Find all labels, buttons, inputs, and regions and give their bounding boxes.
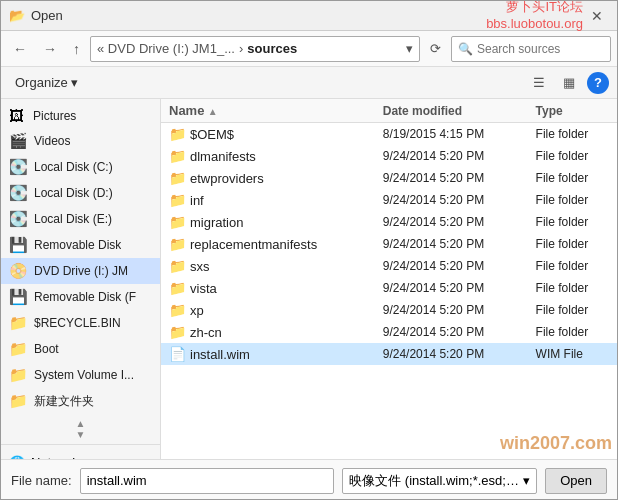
- sidebar-items: 🖼 Pictures🎬 Videos💽 Local Disk (C:)💽 Loc…: [1, 103, 160, 414]
- sidebar-item-5[interactable]: 💾 Removable Disk: [1, 232, 160, 258]
- refresh-button[interactable]: ⟳: [424, 38, 447, 59]
- organize-button[interactable]: Organize ▾: [9, 72, 84, 93]
- sidebar-item-label-2: Local Disk (C:): [34, 160, 113, 174]
- sidebar-item-8[interactable]: 📁 $RECYCLE.BIN: [1, 310, 160, 336]
- file-type-3: File folder: [528, 189, 617, 211]
- file-type-8: File folder: [528, 299, 617, 321]
- table-row[interactable]: 📁 etwproviders 9/24/2014 5:20 PM File fo…: [161, 167, 617, 189]
- table-row[interactable]: 📁 dlmanifests 9/24/2014 5:20 PM File fol…: [161, 145, 617, 167]
- sidebar-network-item[interactable]: 🌐 Network: [1, 449, 160, 459]
- column-date[interactable]: Date modified: [375, 99, 528, 123]
- table-row[interactable]: 📁 replacementmanifests 9/24/2014 5:20 PM…: [161, 233, 617, 255]
- addressbar: ← → ↑ « DVD Drive (I:) JM1_... › sources…: [1, 31, 617, 67]
- sidebar-item-icon-5: 💾: [9, 236, 28, 254]
- organize-dropdown-icon: ▾: [71, 75, 78, 90]
- sidebar-item-icon-6: 📀: [9, 262, 28, 280]
- sidebar-item-label-9: Boot: [34, 342, 59, 356]
- sidebar-item-icon-4: 💽: [9, 210, 28, 228]
- file-date-7: 9/24/2014 5:20 PM: [375, 277, 528, 299]
- help-button[interactable]: ?: [587, 72, 609, 94]
- close-button[interactable]: ✕: [585, 0, 609, 32]
- filetype-value: 映像文件 (install.wim;*.esd;*.vl: [349, 472, 519, 490]
- file-icon-3: 📁: [169, 192, 186, 208]
- file-type-1: File folder: [528, 145, 617, 167]
- file-icon-9: 📁: [169, 324, 186, 340]
- search-input[interactable]: [477, 42, 604, 56]
- sidebar-item-icon-10: 📁: [9, 366, 28, 384]
- toolbar-right: ☰ ▦ ?: [527, 71, 609, 94]
- sidebar-item-label-6: DVD Drive (I:) JM: [34, 264, 128, 278]
- table-row[interactable]: 📁 zh-cn 9/24/2014 5:20 PM File folder: [161, 321, 617, 343]
- sidebar-item-7[interactable]: 💾 Removable Disk (F: [1, 284, 160, 310]
- file-icon-4: 📁: [169, 214, 186, 230]
- path-dropdown-icon: ▾: [406, 41, 413, 56]
- file-date-9: 9/24/2014 5:20 PM: [375, 321, 528, 343]
- sidebar-item-icon-8: 📁: [9, 314, 28, 332]
- file-date-6: 9/24/2014 5:20 PM: [375, 255, 528, 277]
- table-row[interactable]: 📁 $OEM$ 8/19/2015 4:15 PM File folder: [161, 123, 617, 146]
- filetype-select[interactable]: 映像文件 (install.wim;*.esd;*.vl ▾: [342, 468, 537, 494]
- sidebar-item-label-11: 新建文件夹: [34, 393, 94, 410]
- table-row[interactable]: 📁 vista 9/24/2014 5:20 PM File folder: [161, 277, 617, 299]
- file-date-10: 9/24/2014 5:20 PM: [375, 343, 528, 365]
- address-path[interactable]: « DVD Drive (I:) JM1_... › sources ▾: [90, 36, 420, 62]
- file-icon-2: 📁: [169, 170, 186, 186]
- sidebar-scroll-down[interactable]: ▼: [1, 429, 160, 440]
- main-content: 🖼 Pictures🎬 Videos💽 Local Disk (C:)💽 Loc…: [1, 99, 617, 459]
- file-type-5: File folder: [528, 233, 617, 255]
- filename-input[interactable]: [80, 468, 334, 494]
- sidebar-item-2[interactable]: 💽 Local Disk (C:): [1, 154, 160, 180]
- sidebar-item-label-10: System Volume I...: [34, 368, 134, 382]
- forward-button[interactable]: →: [37, 38, 63, 60]
- file-icon-5: 📁: [169, 236, 186, 252]
- up-button[interactable]: ↑: [67, 38, 86, 60]
- sidebar-item-label-3: Local Disk (D:): [34, 186, 113, 200]
- file-name-6: sxs: [190, 259, 210, 274]
- file-name-2: etwproviders: [190, 171, 264, 186]
- file-icon-7: 📁: [169, 280, 186, 296]
- sidebar-item-11[interactable]: 📁 新建文件夹: [1, 388, 160, 414]
- file-date-4: 9/24/2014 5:20 PM: [375, 211, 528, 233]
- sidebar-scroll-up[interactable]: ▲: [1, 418, 160, 429]
- sidebar-item-4[interactable]: 💽 Local Disk (E:): [1, 206, 160, 232]
- view-list-button[interactable]: ☰: [527, 71, 551, 94]
- sidebar-item-label-8: $RECYCLE.BIN: [34, 316, 121, 330]
- search-box[interactable]: 🔍: [451, 36, 611, 62]
- table-row[interactable]: 📁 xp 9/24/2014 5:20 PM File folder: [161, 299, 617, 321]
- back-button[interactable]: ←: [7, 38, 33, 60]
- file-icon-10: 📄: [169, 346, 186, 362]
- view-grid-button[interactable]: ▦: [557, 71, 581, 94]
- file-icon-1: 📁: [169, 148, 186, 164]
- sidebar-item-icon-2: 💽: [9, 158, 28, 176]
- toolbar: Organize ▾ ☰ ▦ ?: [1, 67, 617, 99]
- table-row[interactable]: 📁 inf 9/24/2014 5:20 PM File folder: [161, 189, 617, 211]
- sidebar-item-0[interactable]: 🖼 Pictures: [1, 103, 160, 128]
- sidebar-item-icon-3: 💽: [9, 184, 28, 202]
- column-name[interactable]: Name ▲: [161, 99, 375, 123]
- sidebar-item-icon-0: 🖼: [9, 107, 27, 124]
- open-button[interactable]: Open: [545, 468, 607, 494]
- sidebar-item-9[interactable]: 📁 Boot: [1, 336, 160, 362]
- file-type-4: File folder: [528, 211, 617, 233]
- path-separator: ›: [239, 41, 243, 56]
- file-name-1: dlmanifests: [190, 149, 256, 164]
- sidebar-item-3[interactable]: 💽 Local Disk (D:): [1, 180, 160, 206]
- file-type-2: File folder: [528, 167, 617, 189]
- search-icon: 🔍: [458, 42, 473, 56]
- filename-label: File name:: [11, 473, 72, 488]
- file-icon-8: 📁: [169, 302, 186, 318]
- table-row[interactable]: 📄 install.wim 9/24/2014 5:20 PM WIM File: [161, 343, 617, 365]
- path-prefix: « DVD Drive (I:) JM1_...: [97, 41, 235, 56]
- sidebar-item-icon-7: 💾: [9, 288, 28, 306]
- table-row[interactable]: 📁 migration 9/24/2014 5:20 PM File folde…: [161, 211, 617, 233]
- column-type[interactable]: Type: [528, 99, 617, 123]
- sidebar-item-10[interactable]: 📁 System Volume I...: [1, 362, 160, 388]
- sidebar-item-1[interactable]: 🎬 Videos: [1, 128, 160, 154]
- file-name-9: zh-cn: [190, 325, 222, 340]
- sidebar-item-6[interactable]: 📀 DVD Drive (I:) JM: [1, 258, 160, 284]
- table-row[interactable]: 📁 sxs 9/24/2014 5:20 PM File folder: [161, 255, 617, 277]
- sidebar-item-label-7: Removable Disk (F: [34, 290, 136, 304]
- file-date-3: 9/24/2014 5:20 PM: [375, 189, 528, 211]
- sidebar-divider: [1, 444, 160, 445]
- titlebar-watermark: 萝卜头IT论坛 bbs.luobotou.org: [486, 0, 583, 32]
